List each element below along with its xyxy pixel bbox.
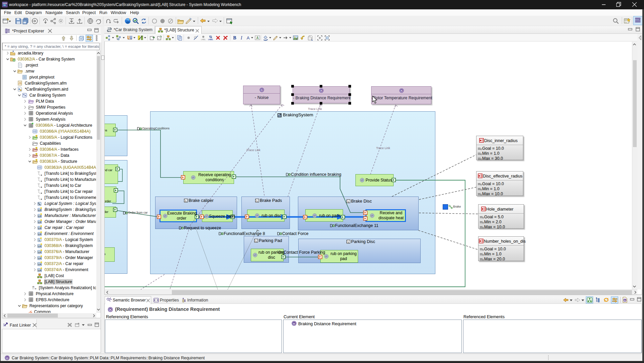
svg-text:LH: LH bbox=[38, 263, 41, 265]
svg-text:LH: LH bbox=[38, 251, 41, 253]
svg-text:I: I bbox=[240, 35, 243, 40]
svg-text:LF: LF bbox=[164, 215, 166, 217]
svg-text:LF: LF bbox=[371, 215, 373, 217]
svg-text:R: R bbox=[293, 322, 295, 325]
svg-text:LF: LF bbox=[325, 255, 327, 257]
svg-text:LF: LF bbox=[192, 176, 194, 178]
svg-text:LH: LH bbox=[38, 257, 41, 259]
svg-text:LF: LF bbox=[256, 215, 258, 217]
svg-text:LH: LH bbox=[38, 221, 41, 223]
svg-text:LF: LF bbox=[314, 215, 316, 217]
svg-text:R: R bbox=[6, 357, 8, 360]
svg-text:B: B bbox=[233, 35, 236, 40]
svg-text:R: R bbox=[32, 285, 34, 288]
svg-text:A: A bbox=[247, 35, 250, 40]
svg-text:R: R bbox=[109, 308, 111, 312]
svg-text:LH: LH bbox=[38, 227, 41, 229]
svg-text:LH: LH bbox=[38, 269, 41, 271]
svg-text:LH: LH bbox=[38, 233, 41, 235]
svg-text:LF: LF bbox=[206, 215, 208, 217]
svg-text:LH: LH bbox=[38, 215, 41, 217]
svg-text:L: L bbox=[39, 239, 40, 242]
svg-text:A: A bbox=[256, 36, 259, 40]
svg-text:LF: LF bbox=[361, 179, 363, 181]
svg-text:LF: LF bbox=[254, 254, 256, 256]
svg-text:LH: LH bbox=[38, 209, 41, 211]
svg-text:SMW: SMW bbox=[3, 2, 7, 4]
svg-text:LH: LH bbox=[38, 245, 41, 247]
svg-text:LABEL: LABEL bbox=[208, 39, 213, 40]
svg-text:R: R bbox=[624, 299, 626, 302]
svg-text:LABEL: LABEL bbox=[201, 39, 206, 40]
